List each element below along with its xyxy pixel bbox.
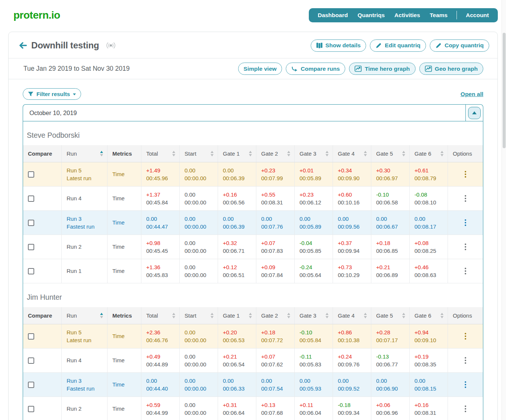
sort-arrows-icon — [287, 313, 290, 318]
column-header-gate-5[interactable]: Gate 5 — [371, 145, 409, 162]
nav-dashboard[interactable]: Dashboard — [318, 12, 348, 19]
time-absolute: 00:08.17 — [414, 223, 448, 230]
sort-up-icon — [364, 313, 367, 315]
time-absolute: 00:07.68 — [261, 409, 294, 417]
collapse-button[interactable] — [468, 107, 481, 119]
column-header-run[interactable]: Run — [61, 307, 107, 324]
copy-quantriq-button[interactable]: Copy quantriq — [430, 39, 489, 52]
row-options-button[interactable] — [462, 355, 469, 366]
column-header-gate-6[interactable]: Gate 6 — [409, 145, 448, 162]
column-header-gate-4[interactable]: Gate 4 — [333, 307, 371, 324]
nav-teams[interactable]: Teams — [430, 12, 448, 19]
time-cell: +0.1800:06.85 — [371, 235, 409, 259]
athlete-sections: Steve PodborskiCompareRunMetricsTotalSta… — [23, 131, 483, 420]
scrollbar[interactable] — [502, 0, 506, 420]
compare-checkbox[interactable] — [28, 268, 34, 274]
edit-quantriq-button[interactable]: Edit quantriq — [370, 39, 426, 52]
time-cell: +0.1300:07.68 — [256, 397, 294, 420]
row-options-button[interactable] — [462, 403, 469, 414]
column-header-gate-2[interactable]: Gate 2 — [256, 145, 294, 162]
compare-checkbox[interactable] — [28, 333, 34, 340]
row-options-button[interactable] — [462, 169, 469, 180]
metric-label: Time — [112, 357, 141, 364]
date-range: Tue Jan 29 2019 to Sat Nov 30 2019 — [23, 65, 129, 73]
time-cell: 0.0000:00.00 — [179, 162, 218, 186]
nav-quantriqs[interactable]: Quantriqs — [358, 12, 385, 19]
row-options-button[interactable] — [462, 241, 469, 252]
column-header-run[interactable]: Run — [61, 145, 107, 162]
kebab-dot — [465, 249, 466, 250]
title-actions: Show details Edit quantriq Copy quantriq — [311, 39, 489, 52]
geo-hero-graph-button[interactable]: Geo hero graph — [419, 63, 483, 75]
brand-logo[interactable]: protern.io — [13, 9, 60, 21]
column-header-metrics: Metrics — [107, 307, 141, 324]
column-header-total[interactable]: Total — [141, 145, 179, 162]
column-header-start[interactable]: Start — [179, 307, 218, 324]
time-cell: +1.3600:45.83 — [141, 259, 179, 283]
time-absolute: 00:00.00 — [185, 247, 218, 255]
time-cell: 0.0000:06.33 — [218, 373, 256, 397]
run-row-run-5: Run 5Latest runTime+2.3600:46.760.0000:0… — [23, 324, 483, 349]
column-header-label: Metrics — [112, 312, 132, 319]
column-header-gate-1[interactable]: Gate 1 — [218, 307, 256, 324]
options-cell — [448, 187, 483, 210]
column-header-gate-6[interactable]: Gate 6 — [409, 307, 448, 324]
open-all-link[interactable]: Open all — [461, 91, 483, 98]
time-absolute: 00:09.90 — [338, 175, 371, 182]
nav-account[interactable]: Account — [466, 12, 489, 19]
column-header-label: Run — [67, 312, 77, 319]
simple-view-button[interactable]: Simple view — [238, 63, 282, 75]
time-absolute: 00:07.84 — [261, 271, 294, 279]
column-header-total[interactable]: Total — [141, 307, 179, 324]
column-header-compare: Compare — [23, 145, 61, 162]
column-header-gate-1[interactable]: Gate 1 — [218, 145, 256, 162]
time-absolute: 00:06.96 — [376, 409, 409, 417]
nav-activities[interactable]: Activities — [394, 12, 420, 19]
row-options-button[interactable] — [462, 265, 469, 277]
compare-checkbox[interactable] — [28, 406, 34, 412]
show-details-button[interactable]: Show details — [311, 39, 366, 52]
sort-down-icon — [364, 316, 367, 318]
time-absolute: 00:10.16 — [338, 199, 371, 206]
compare-cell — [23, 324, 61, 348]
column-header-gate-5[interactable]: Gate 5 — [371, 307, 409, 324]
run-row-run-2: Run 2Time+0.9800:45.450.0000:00.00+0.320… — [23, 235, 483, 259]
row-options-button[interactable] — [462, 217, 469, 228]
column-header-gate-4[interactable]: Gate 4 — [333, 145, 371, 162]
compare-checkbox[interactable] — [28, 244, 34, 250]
column-header-gate-3[interactable]: Gate 3 — [294, 307, 333, 324]
back-arrow-icon[interactable] — [19, 42, 27, 49]
filter-results-button[interactable]: Filter results — [23, 88, 81, 100]
row-options-button[interactable] — [462, 331, 469, 342]
column-header-gate-3[interactable]: Gate 3 — [294, 145, 333, 162]
session-date[interactable]: October 10, 2019 — [23, 105, 465, 121]
metric-label: Time — [112, 267, 141, 275]
time-cell: -0.1300:06.77 — [371, 349, 409, 372]
time-delta: +0.28 — [376, 329, 409, 336]
time-hero-graph-button[interactable]: Time hero graph — [349, 63, 415, 75]
column-header-gate-2[interactable]: Gate 2 — [256, 307, 294, 324]
compare-checkbox[interactable] — [28, 171, 34, 178]
row-options-button[interactable] — [462, 379, 469, 390]
compare-checkbox[interactable] — [28, 382, 34, 388]
row-options-button[interactable] — [462, 193, 469, 204]
compare-checkbox[interactable] — [28, 195, 34, 202]
time-cell: +0.6000:10.16 — [333, 187, 371, 210]
run-label-cell: Run 4 — [61, 349, 107, 372]
compare-checkbox[interactable] — [28, 220, 34, 226]
time-delta: 0.00 — [338, 215, 371, 223]
compare-runs-button[interactable]: Compare runs — [286, 63, 345, 75]
time-delta: +0.46 — [414, 264, 448, 271]
time-absolute: 00:05.89 — [300, 175, 333, 182]
time-cell: -0.0400:05.85 — [294, 235, 333, 259]
time-cell: +0.3400:09.90 — [333, 162, 371, 186]
time-cell: +0.0600:06.96 — [371, 397, 409, 420]
scrollbar-thumb[interactable] — [503, 33, 506, 148]
metric-cell: Time — [107, 235, 141, 259]
time-delta: +0.19 — [414, 353, 448, 360]
sort-arrows-icon — [326, 313, 329, 318]
compare-checkbox[interactable] — [28, 357, 34, 364]
time-cell: +0.4600:08.63 — [409, 259, 448, 283]
column-header-start[interactable]: Start — [179, 145, 218, 162]
time-delta: +0.34 — [338, 167, 371, 174]
